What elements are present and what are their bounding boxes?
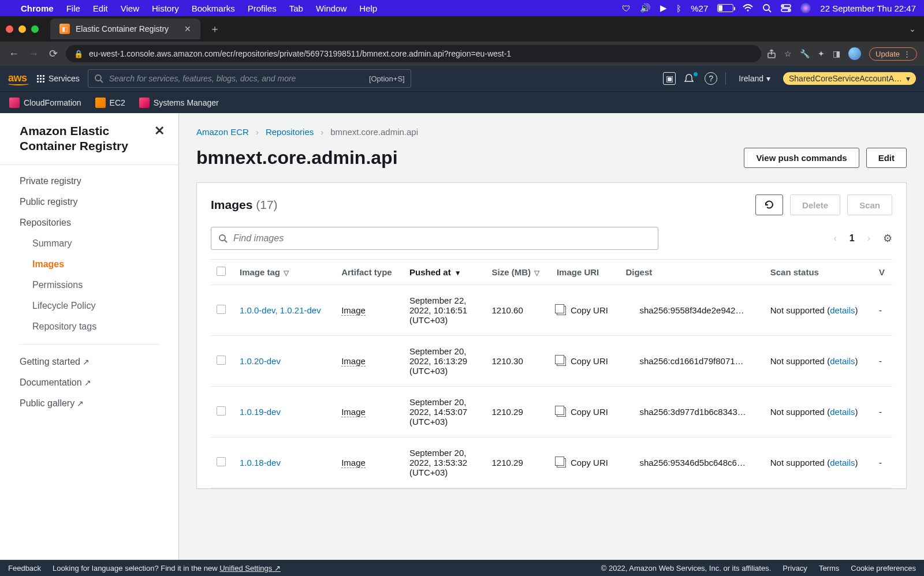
feedback-link[interactable]: Feedback bbox=[8, 564, 41, 573]
maximize-window-icon[interactable] bbox=[31, 25, 39, 33]
back-button[interactable]: ← bbox=[7, 48, 21, 60]
row-checkbox[interactable] bbox=[217, 305, 226, 314]
table-settings-icon[interactable]: ⚙ bbox=[883, 232, 892, 245]
play-icon[interactable]: ▶ bbox=[660, 3, 667, 13]
sidebar-lifecycle-policy[interactable]: Lifecycle Policy bbox=[0, 296, 178, 316]
browser-tab[interactable]: ◧ Elastic Container Registry ✕ bbox=[50, 18, 200, 39]
find-images-input[interactable] bbox=[211, 227, 658, 250]
region-selector[interactable]: Ireland▾ bbox=[734, 74, 775, 83]
siri-icon[interactable] bbox=[800, 3, 811, 13]
mac-menu-bookmarks[interactable]: Bookmarks bbox=[192, 3, 235, 13]
image-tag-link[interactable]: 1.0.18-dev bbox=[240, 458, 281, 467]
scan-details-link[interactable]: details bbox=[830, 407, 855, 417]
copy-uri-button[interactable]: Copy URI bbox=[557, 407, 614, 417]
cloudshell-icon[interactable]: ▣ bbox=[663, 72, 676, 85]
image-tag-link[interactable]: 1.0.20-dev bbox=[240, 356, 281, 366]
share-icon[interactable] bbox=[767, 49, 776, 58]
scan-details-link[interactable]: details bbox=[830, 305, 855, 315]
digest-value[interactable]: sha256:95346d5bc648c6… bbox=[625, 458, 758, 467]
fav-systems-manager[interactable]: Systems Manager bbox=[139, 98, 219, 108]
refresh-button[interactable] bbox=[755, 195, 783, 215]
scan-details-link[interactable]: details bbox=[830, 458, 855, 467]
select-all-checkbox[interactable] bbox=[217, 267, 226, 276]
view-push-commands-button[interactable]: View push commands bbox=[744, 148, 859, 168]
mac-menu-file[interactable]: File bbox=[66, 3, 80, 13]
sidepanel-icon[interactable]: ◨ bbox=[833, 49, 840, 58]
footer-privacy[interactable]: Privacy bbox=[783, 564, 807, 573]
close-window-icon[interactable] bbox=[6, 25, 13, 33]
sidebar-public-registry[interactable]: Public registry bbox=[0, 192, 178, 212]
bluetooth-icon[interactable]: ᛒ bbox=[676, 3, 681, 13]
profile-avatar-icon[interactable] bbox=[848, 47, 861, 60]
help-icon[interactable]: ? bbox=[705, 72, 717, 85]
battery-icon[interactable] bbox=[717, 4, 733, 12]
wifi-icon[interactable] bbox=[743, 4, 753, 12]
sidebar-permissions[interactable]: Permissions bbox=[0, 275, 178, 296]
image-tag-link[interactable]: 1.0.0-dev, 1.0.21-dev bbox=[240, 305, 321, 315]
col-image-uri[interactable]: Image URI bbox=[551, 260, 620, 285]
col-digest[interactable]: Digest bbox=[620, 260, 764, 285]
address-bar[interactable]: 🔒 eu-west-1.console.aws.amazon.com/ecr/r… bbox=[66, 45, 761, 62]
col-vulnerabilities[interactable]: V bbox=[873, 260, 892, 285]
sidebar-repository-tags[interactable]: Repository tags bbox=[0, 316, 178, 337]
copy-uri-button[interactable]: Copy URI bbox=[557, 305, 614, 315]
sidebar-summary[interactable]: Summary bbox=[0, 233, 178, 254]
col-pushed-at[interactable]: Pushed at▼ bbox=[404, 260, 486, 285]
spotlight-icon[interactable] bbox=[762, 3, 772, 13]
col-scan-status[interactable]: Scan status bbox=[765, 260, 873, 285]
col-image-tag[interactable]: Image tag▽ bbox=[234, 260, 336, 285]
services-menu[interactable]: Services bbox=[37, 74, 80, 83]
scan-details-link[interactable]: details bbox=[830, 356, 855, 366]
reload-button[interactable]: ⟳ bbox=[46, 47, 60, 60]
footer-cookies[interactable]: Cookie preferences bbox=[851, 564, 916, 573]
mac-datetime[interactable]: 22 September Thu 22:47 bbox=[820, 3, 916, 13]
fav-cloudformation[interactable]: CloudFormation bbox=[9, 98, 81, 108]
sidebar-getting-started[interactable]: Getting started bbox=[0, 351, 178, 372]
digest-value[interactable]: sha256:3d977d1b6c8343… bbox=[625, 407, 758, 417]
minimize-window-icon[interactable] bbox=[18, 25, 26, 33]
copy-uri-button[interactable]: Copy URI bbox=[557, 356, 614, 366]
aws-search[interactable]: Search for services, features, blogs, do… bbox=[88, 69, 411, 88]
volume-icon[interactable]: 🔊 bbox=[640, 3, 651, 13]
fav-ec2[interactable]: EC2 bbox=[95, 98, 125, 108]
sidebar-repositories[interactable]: Repositories bbox=[0, 212, 178, 233]
digest-value[interactable]: sha256:cd1661d79f8071… bbox=[625, 356, 758, 366]
row-checkbox[interactable] bbox=[217, 406, 226, 416]
mac-menu-profiles[interactable]: Profiles bbox=[248, 3, 277, 13]
new-tab-button[interactable]: ＋ bbox=[206, 22, 223, 36]
col-size[interactable]: Size (MB)▽ bbox=[486, 260, 551, 285]
copy-uri-button[interactable]: Copy URI bbox=[557, 458, 614, 467]
digest-value[interactable]: sha256:9558f34de2e942… bbox=[625, 305, 758, 315]
edit-button[interactable]: Edit bbox=[866, 148, 907, 168]
unified-settings-link[interactable]: Unified Settings ↗ bbox=[219, 564, 281, 573]
shield-icon[interactable]: 🛡 bbox=[622, 3, 631, 13]
window-controls[interactable] bbox=[6, 25, 39, 33]
sidebar-private-registry[interactable]: Private registry bbox=[0, 171, 178, 192]
mac-menu-view[interactable]: View bbox=[121, 3, 139, 13]
account-selector[interactable]: SharedCoreServiceAccountAcces…▾ bbox=[783, 72, 916, 85]
row-checkbox[interactable] bbox=[217, 356, 226, 365]
mac-menu-edit[interactable]: Edit bbox=[93, 3, 108, 13]
tabs-overflow-icon[interactable]: ⌄ bbox=[909, 24, 918, 33]
breadcrumb-root[interactable]: Amazon ECR bbox=[196, 127, 249, 137]
col-artifact-type[interactable]: Artifact type bbox=[336, 260, 404, 285]
sidebar-public-gallery[interactable]: Public gallery bbox=[0, 393, 178, 414]
mac-menu-window[interactable]: Window bbox=[316, 3, 346, 13]
mac-app-name[interactable]: Chrome bbox=[21, 3, 54, 13]
mac-menu-help[interactable]: Help bbox=[359, 3, 377, 13]
footer-terms[interactable]: Terms bbox=[819, 564, 839, 573]
image-tag-link[interactable]: 1.0.19-dev bbox=[240, 407, 281, 417]
update-button[interactable]: Update⋮ bbox=[869, 47, 917, 61]
wrench-icon[interactable]: 🔧 bbox=[800, 49, 810, 58]
star-icon[interactable]: ☆ bbox=[784, 49, 792, 58]
control-center-icon[interactable] bbox=[781, 4, 791, 12]
mac-menu-history[interactable]: History bbox=[152, 3, 179, 13]
sidebar-images[interactable]: Images bbox=[0, 254, 178, 275]
sidebar-documentation[interactable]: Documentation bbox=[0, 372, 178, 393]
tab-close-icon[interactable]: ✕ bbox=[184, 24, 191, 33]
mac-menu-tab[interactable]: Tab bbox=[289, 3, 303, 13]
find-images-field[interactable] bbox=[233, 233, 651, 244]
breadcrumb-repositories[interactable]: Repositories bbox=[266, 127, 314, 137]
aws-logo[interactable]: aws bbox=[8, 72, 29, 85]
notifications-icon[interactable] bbox=[684, 73, 696, 84]
